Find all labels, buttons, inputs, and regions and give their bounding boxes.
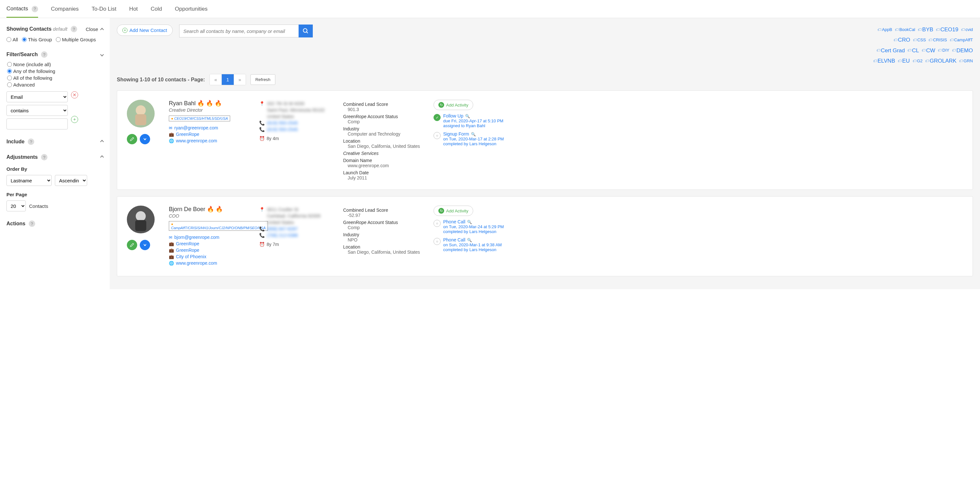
pagination: « 1 » xyxy=(210,74,246,85)
magnify-icon[interactable]: 🔍 xyxy=(467,238,472,242)
help-icon[interactable]: ? xyxy=(41,154,48,161)
add-contact-button[interactable]: + Add New Contact xyxy=(117,24,173,36)
sidebar: Showing Contacts default ? Close All Thi… xyxy=(0,18,110,289)
activity-item[interactable]: ○Phone Call 🔍on Sun, 2020-Mar-1 at 9:38 … xyxy=(434,237,963,252)
attr-value: Comp xyxy=(348,225,424,230)
company-link[interactable]: 💼GreenRope xyxy=(169,132,250,137)
website-link[interactable]: 🌐www.greenrope.com xyxy=(169,138,250,143)
phone-link[interactable]: (706) 212-0386 xyxy=(267,233,298,238)
remove-filter-button[interactable]: ✕ xyxy=(71,91,78,99)
tag-crisis[interactable]: 🏷CRISIS xyxy=(928,36,947,44)
help-icon[interactable]: ? xyxy=(71,26,77,32)
tag-byb[interactable]: 🏷BYB xyxy=(918,24,933,35)
attr-value: Comp xyxy=(348,119,424,124)
contact-tags[interactable]: ● CEO19/CW/CSS/HTML5/SD/USA xyxy=(169,116,230,121)
email-link[interactable]: ✉bjorn@greenrope.com xyxy=(169,235,250,240)
email-link[interactable]: ✉ryan@greenrope.com xyxy=(169,125,250,130)
tag-appb[interactable]: 🏷AppB xyxy=(877,26,892,34)
filter-advanced[interactable]: Advanced xyxy=(7,82,103,88)
website-link[interactable]: 🌐www.greenrope.com xyxy=(169,261,250,266)
filter-none[interactable]: None (include all) xyxy=(7,62,103,67)
tag-grolark[interactable]: 🏷GROLARK xyxy=(925,56,956,66)
pager-prev[interactable]: « xyxy=(210,74,222,85)
help-icon[interactable]: ? xyxy=(32,6,38,12)
add-activity-button[interactable]: ↻Add Activity xyxy=(434,100,473,110)
filter-op-select[interactable]: contains xyxy=(6,105,68,116)
include-header[interactable]: Include ? xyxy=(6,138,103,145)
filter-any[interactable]: Any of the following xyxy=(7,68,103,74)
pager-next[interactable]: » xyxy=(234,74,246,85)
edit-button[interactable] xyxy=(127,134,137,144)
contact-name[interactable]: Ryan Bahl 🔥 🔥 🔥 xyxy=(169,100,250,107)
contact-name[interactable]: Bjorn De Boer 🔥 🔥 xyxy=(169,205,250,213)
scope-all[interactable]: All xyxy=(6,37,18,42)
add-activity-button[interactable]: ↻Add Activity xyxy=(434,205,473,216)
contact-tags[interactable]: ● CampAffT/CRISIS/HH1/Journ/CJ2/NPO/ONB/… xyxy=(169,221,268,231)
nav-hot[interactable]: Hot xyxy=(129,1,137,18)
refresh-button[interactable]: Refresh xyxy=(250,74,275,85)
orderby-dir-select[interactable]: Ascending xyxy=(55,175,87,186)
tag-cro[interactable]: 🏷CRO xyxy=(894,35,910,45)
handshake-button[interactable] xyxy=(140,134,150,144)
nav-opportunities[interactable]: Opportunities xyxy=(175,1,208,18)
tag-ceo19[interactable]: 🏷CEO19 xyxy=(936,24,958,35)
phone-link[interactable]: (619) 550-2545 xyxy=(267,120,298,126)
avatar[interactable] xyxy=(127,100,154,127)
globe-icon: 🌐 xyxy=(169,261,174,266)
briefcase-icon: 💼 xyxy=(169,255,174,259)
avatar[interactable] xyxy=(127,205,154,233)
nav-companies[interactable]: Companies xyxy=(51,1,79,18)
orderby-field-select[interactable]: Lastname xyxy=(6,175,52,186)
edit-button[interactable] xyxy=(127,240,137,250)
nav-contacts[interactable]: Contacts ? xyxy=(6,0,38,18)
filter-field-select[interactable]: Email xyxy=(6,91,68,102)
tag-bookcal[interactable]: 🏷BookCal xyxy=(895,26,915,34)
tag-cert-grad[interactable]: 🏷Cert Grad xyxy=(877,46,905,56)
contact-card: Bjorn De Boer 🔥 🔥COO● CampAffT/CRISIS/HH… xyxy=(117,196,973,276)
company-link[interactable]: 💼GreenRope xyxy=(169,241,250,246)
filter-header[interactable]: Filter/Search ? xyxy=(6,51,103,58)
tag-demo[interactable]: 🏷DEMO xyxy=(952,46,973,56)
tag-diy[interactable]: 🏷DIY xyxy=(938,46,949,54)
magnify-icon[interactable]: 🔍 xyxy=(467,220,472,224)
company-link[interactable]: 💼City of Phoenix xyxy=(169,254,250,259)
pager-page[interactable]: 1 xyxy=(222,74,234,85)
scope-this-group[interactable]: This Group xyxy=(22,37,52,42)
tag-g2[interactable]: 🏷G2 xyxy=(913,57,923,65)
close-sidebar[interactable]: Close xyxy=(86,27,103,32)
tag-eu[interactable]: 🏷EU xyxy=(898,56,910,66)
help-icon[interactable]: ? xyxy=(29,220,35,227)
scope-multiple[interactable]: Multiple Groups xyxy=(56,37,96,42)
help-icon[interactable]: ? xyxy=(41,51,48,58)
activity-item[interactable]: ○Phone Call 🔍on Tue, 2020-Mar-24 at 5:29… xyxy=(434,219,963,234)
actions-header[interactable]: Actions ? xyxy=(6,220,103,227)
phone-link[interactable]: (619) 550-2545 xyxy=(267,127,298,132)
tag-css[interactable]: 🏷CSS xyxy=(913,36,926,44)
help-icon[interactable]: ? xyxy=(28,138,34,145)
add-filter-button[interactable]: ＋ xyxy=(71,116,78,123)
adjustments-header[interactable]: Adjustments ? xyxy=(6,154,103,161)
activity-item[interactable]: ○Signup Form 🔍on Tue, 2020-Mar-17 at 2:2… xyxy=(434,131,963,146)
filter-all[interactable]: All of the following xyxy=(7,75,103,81)
activity-item[interactable]: ✓Follow Up 🔍due Fri, 2020-Apr-17 at 5:10… xyxy=(434,113,963,128)
tag-cvid[interactable]: 🏷cvid xyxy=(961,26,973,34)
tag-grn[interactable]: 🏷GRN xyxy=(959,57,973,65)
tag-cl[interactable]: 🏷CL xyxy=(907,46,919,56)
address-line: United States xyxy=(267,220,294,225)
magnify-icon[interactable]: 🔍 xyxy=(471,132,476,137)
nav-todo[interactable]: To-Do List xyxy=(92,1,116,18)
tag-icon: 🏷 xyxy=(928,37,932,44)
tag-cw[interactable]: 🏷CW xyxy=(921,46,935,56)
search-input[interactable] xyxy=(179,24,299,37)
nav-cold[interactable]: Cold xyxy=(151,1,162,18)
magnify-icon[interactable]: 🔍 xyxy=(465,114,470,118)
search-button[interactable] xyxy=(299,24,313,37)
tag-campafft[interactable]: 🏷CampAffT xyxy=(950,36,973,44)
phone-link[interactable]: (858) 847-8287 xyxy=(267,226,298,231)
handshake-button[interactable] xyxy=(140,240,150,250)
perpage-select[interactable]: 20 xyxy=(6,201,26,212)
perpage-label: Per Page xyxy=(6,192,103,197)
tag-elvnb[interactable]: 🏷ELVNB xyxy=(873,56,896,66)
filter-value-input[interactable] xyxy=(6,118,68,129)
company-link[interactable]: 💼GreenRope xyxy=(169,248,250,253)
